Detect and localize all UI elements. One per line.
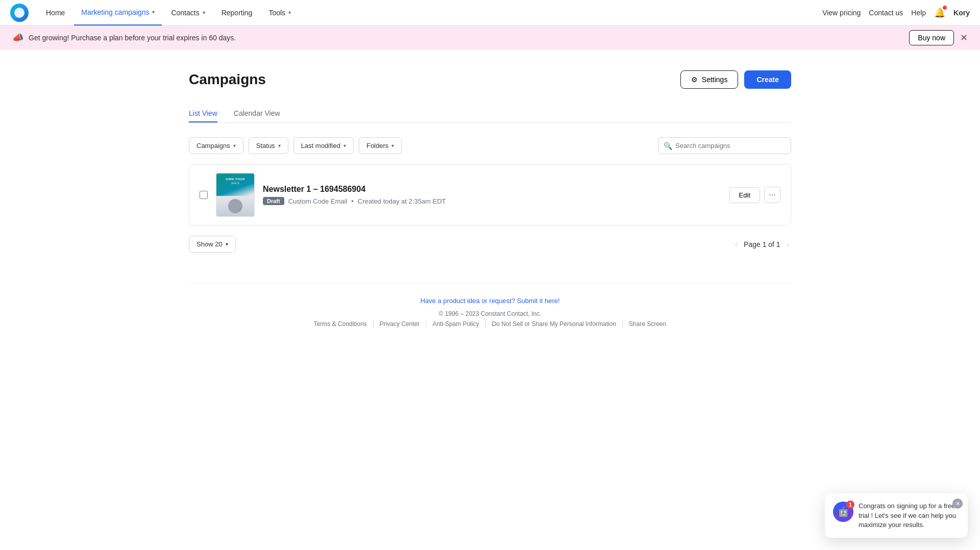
create-button[interactable]: Create	[744, 70, 791, 89]
nav-contacts[interactable]: Contacts ▾	[164, 0, 212, 26]
chevron-down-icon: ▾	[152, 9, 155, 15]
nav-items: Home Marketing campaigns ▾ Contacts ▾ Re…	[39, 0, 818, 26]
chevron-down-icon: ▾	[278, 143, 281, 148]
page-navigation: ‹ Page 1 of 1 ›	[733, 238, 791, 251]
logo[interactable]	[10, 4, 29, 22]
tab-calendar-view[interactable]: Calendar View	[234, 105, 280, 122]
page-label: Page 1 of 1	[744, 240, 780, 248]
nav-right: View pricing Contact us Help 🔔 Kory	[822, 7, 970, 18]
campaign-thumbnail: OWN YOUR SPACE	[216, 173, 255, 217]
chevron-down-icon: ▾	[391, 143, 394, 148]
show-per-page-button[interactable]: Show 20 ▾	[189, 236, 236, 253]
nav-marketing-campaigns[interactable]: Marketing campaigns ▾	[74, 0, 162, 26]
settings-button[interactable]: ⚙ Settings	[680, 70, 739, 89]
copyright-text: © 1996 – 2023 Constant Contact, Inc.	[189, 310, 791, 317]
footer: Have a product idea or request? Submit i…	[189, 283, 791, 340]
campaign-info: Newsletter 1 – 1694586904 Draft Custom C…	[263, 185, 721, 205]
megaphone-icon: 📣	[12, 32, 23, 43]
banner-message: Get growing! Purchase a plan before your…	[29, 34, 236, 42]
nav-reporting[interactable]: Reporting	[214, 0, 260, 26]
campaign-actions: Edit ···	[729, 187, 780, 203]
table-row: OWN YOUR SPACE Newsletter 1 – 1694586904…	[189, 165, 791, 225]
edit-campaign-button[interactable]: Edit	[729, 187, 760, 203]
view-pricing-link[interactable]: View pricing	[822, 9, 861, 17]
footer-share-screen[interactable]: Share Screen	[623, 320, 672, 328]
feedback-link[interactable]: Have a product idea or request? Submit i…	[420, 297, 559, 305]
buy-now-button[interactable]: Buy now	[909, 30, 954, 45]
campaign-type: Custom Code Email	[288, 197, 348, 205]
help-link[interactable]: Help	[911, 9, 926, 17]
campaign-meta: Draft Custom Code Email • Created today …	[263, 197, 721, 205]
nav-tools[interactable]: Tools ▾	[261, 0, 298, 26]
page-actions: ⚙ Settings Create	[680, 70, 791, 89]
chevron-down-icon: ▾	[233, 143, 236, 148]
footer-links: Terms & Conditions Privacy Center Anti-S…	[189, 320, 791, 328]
footer-terms[interactable]: Terms & Conditions	[308, 320, 374, 328]
contact-us-link[interactable]: Contact us	[869, 9, 903, 17]
gear-icon: ⚙	[691, 76, 698, 84]
prev-page-button[interactable]: ‹	[733, 238, 740, 251]
next-page-button[interactable]: ›	[785, 238, 791, 251]
campaign-created: Created today at 2:35am EDT	[358, 197, 446, 205]
search-container: 🔍	[658, 137, 791, 154]
footer-anti-spam[interactable]: Anti-Spam Policy	[426, 320, 485, 328]
pagination: Show 20 ▾ ‹ Page 1 of 1 ›	[189, 236, 791, 253]
banner-message-group: 📣 Get growing! Purchase a plan before yo…	[12, 32, 236, 43]
filters-bar: Campaigns ▾ Status ▾ Last modified ▾ Fol…	[189, 137, 791, 154]
campaign-checkbox[interactable]	[200, 191, 208, 199]
folders-filter-button[interactable]: Folders ▾	[359, 137, 402, 154]
footer-feedback: Have a product idea or request? Submit i…	[189, 296, 791, 305]
chevron-down-icon: ▾	[203, 10, 205, 15]
more-options-button[interactable]: ···	[764, 187, 780, 203]
campaigns-page: Campaigns ⚙ Settings Create List View Ca…	[158, 50, 822, 340]
close-banner-button[interactable]: ✕	[960, 32, 968, 43]
campaign-list: OWN YOUR SPACE Newsletter 1 – 1694586904…	[189, 164, 791, 226]
page-header: Campaigns ⚙ Settings Create	[189, 70, 791, 89]
banner-actions: Buy now ✕	[909, 30, 968, 45]
notification-badge	[942, 5, 947, 10]
status-badge: Draft	[263, 197, 284, 205]
chevron-down-icon: ▾	[288, 10, 291, 15]
campaigns-filter-button[interactable]: Campaigns ▾	[189, 137, 243, 154]
notifications-bell-icon[interactable]: 🔔	[934, 7, 945, 18]
campaign-name: Newsletter 1 – 1694586904	[263, 185, 721, 194]
tab-list-view[interactable]: List View	[189, 105, 217, 122]
chevron-down-icon: ▾	[226, 241, 228, 247]
trial-banner: 📣 Get growing! Purchase a plan before yo…	[0, 26, 980, 50]
footer-do-not-sell[interactable]: Do Not Sell or Share My Personal Informa…	[486, 320, 623, 328]
footer-privacy[interactable]: Privacy Center	[374, 320, 427, 328]
navbar: Home Marketing campaigns ▾ Contacts ▾ Re…	[0, 0, 980, 26]
search-input[interactable]	[658, 137, 791, 154]
last-modified-filter-button[interactable]: Last modified ▾	[293, 137, 354, 154]
status-filter-button[interactable]: Status ▾	[249, 137, 288, 154]
nav-home[interactable]: Home	[39, 0, 72, 26]
filter-group: Campaigns ▾ Status ▾ Last modified ▾ Fol…	[189, 137, 402, 154]
chevron-down-icon: ▾	[344, 143, 346, 148]
page-title: Campaigns	[189, 71, 266, 88]
main-content: Campaigns ⚙ Settings Create List View Ca…	[0, 50, 980, 340]
user-menu[interactable]: Kory	[953, 9, 970, 17]
view-tabs: List View Calendar View	[189, 105, 791, 123]
bullet-separator: •	[351, 197, 354, 205]
